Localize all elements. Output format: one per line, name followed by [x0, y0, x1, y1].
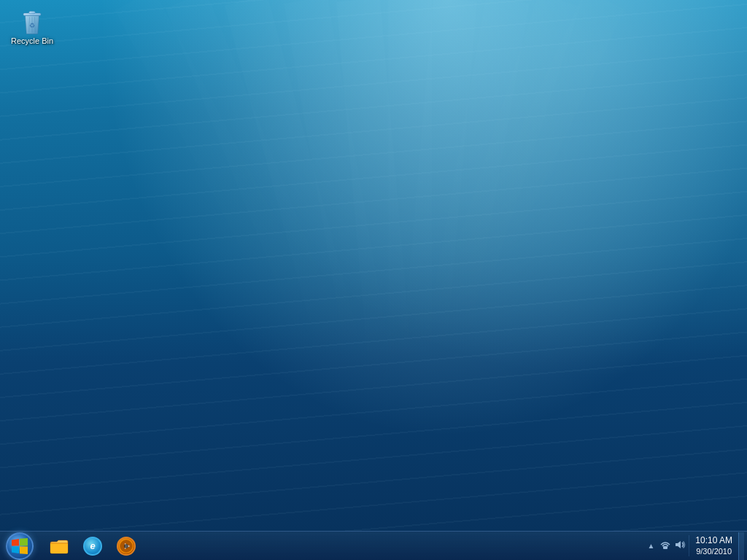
ray — [115, 0, 417, 505]
ie-icon: e — [83, 537, 102, 556]
recycle-bin-label: Recycle Bin — [11, 36, 53, 46]
volume-tray-icon[interactable] — [674, 540, 686, 552]
ray — [388, 0, 432, 560]
svg-rect-1 — [29, 11, 36, 13]
system-clock[interactable]: 10:10 AM 9/30/2010 — [689, 535, 738, 557]
ray — [384, 0, 477, 560]
ray — [336, 0, 429, 560]
wmp-icon — [117, 537, 136, 556]
taskbar-items: e — [39, 532, 146, 561]
light-rays — [0, 0, 747, 560]
tray-icons — [657, 540, 689, 552]
system-tray: ▲ — [645, 532, 747, 561]
ray — [389, 0, 529, 556]
network-tray-icon[interactable] — [659, 540, 671, 552]
windows-logo-icon — [12, 538, 28, 554]
recycle-bin-svg: ♻ — [18, 9, 46, 36]
svg-text:♻: ♻ — [29, 22, 35, 29]
explorer-icon — [49, 536, 69, 556]
ray — [365, 0, 580, 540]
ray — [348, 0, 624, 517]
tray-overflow-button[interactable]: ▲ — [645, 542, 657, 550]
taskbar-item-explorer[interactable] — [43, 533, 75, 559]
show-desktop-button[interactable] — [738, 532, 744, 560]
clock-time: 10:10 AM — [695, 535, 732, 547]
ray — [285, 0, 425, 556]
clock-date: 9/30/2010 — [696, 546, 732, 556]
recycle-bin-icon[interactable]: ♻ Recycle Bin — [6, 6, 58, 49]
start-orb — [6, 532, 34, 560]
start-button[interactable] — [0, 532, 39, 561]
taskbar-item-ie[interactable]: e — [77, 533, 109, 559]
ray — [225, 0, 412, 547]
taskbar-item-wmp[interactable] — [110, 533, 142, 559]
svg-rect-11 — [663, 546, 667, 549]
taskbar: e ▲ — [0, 531, 747, 560]
desktop: ♻ Recycle Bin — [0, 0, 747, 560]
ray — [166, 0, 416, 527]
svg-point-10 — [124, 544, 128, 548]
